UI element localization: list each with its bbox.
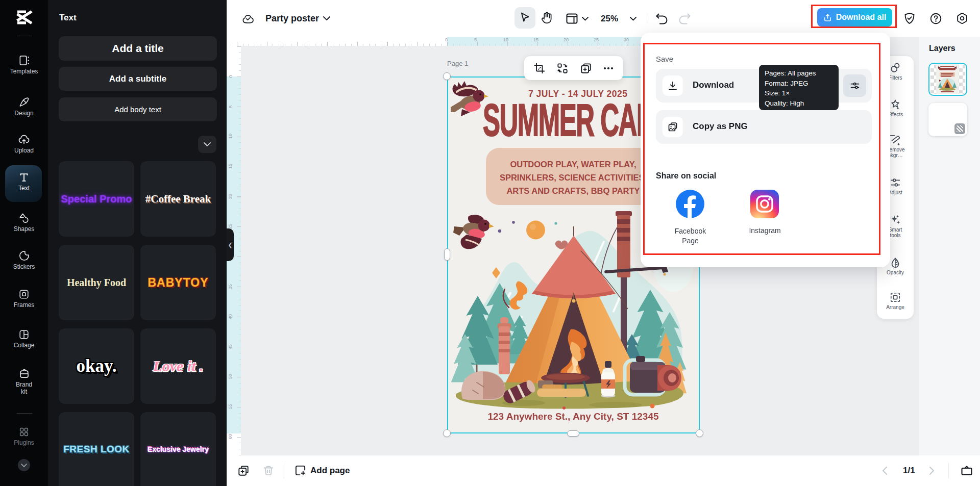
svg-text:OUTDOOR PLAY, WATER PLAY,: OUTDOOR PLAY, WATER PLAY, [510, 160, 636, 169]
svg-text:123 Anywhere St., Any City, ST: 123 Anywhere St., Any City, ST 12345 [487, 411, 659, 422]
svg-text:ARTS AND CRAFTS, BBQ PARTY: ARTS AND CRAFTS, BBQ PARTY [506, 186, 640, 195]
svg-text:SPRINKLERS, SCIENCE ACTIVITIES: SPRINKLERS, SCIENCE ACTIVITIES, [500, 173, 647, 182]
